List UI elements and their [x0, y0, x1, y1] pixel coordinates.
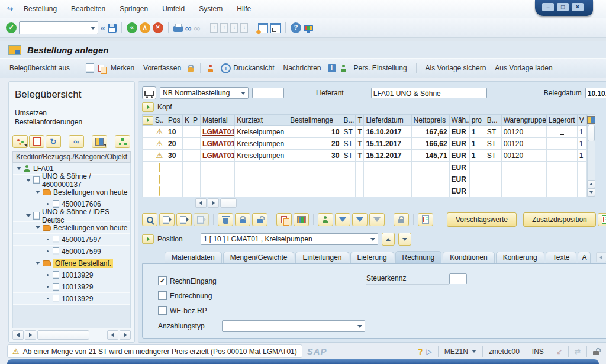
- cell[interactable]: [469, 162, 485, 173]
- status-cell[interactable]: ⚠: [153, 138, 166, 150]
- minimize-icon[interactable]: –: [542, 3, 554, 11]
- doc-date-field[interactable]: 10.10.2017: [585, 88, 606, 98]
- command-field[interactable]: [19, 21, 98, 34]
- cell-warengruppe[interactable]: 00120: [501, 138, 546, 150]
- print-preview-button[interactable]: iDruckansicht: [218, 62, 276, 75]
- cell-k[interactable]: [183, 138, 191, 150]
- unlock-button[interactable]: [252, 213, 267, 226]
- tree-item[interactable]: 10013929: [13, 293, 130, 305]
- cell-bpe[interactable]: ST: [485, 150, 501, 162]
- status-help-icon[interactable]: ?: [418, 347, 423, 356]
- cell-lieferdatum[interactable]: 15.11.2017: [364, 138, 411, 150]
- cell-menge[interactable]: 10: [288, 126, 341, 138]
- tab-rechnung[interactable]: Rechnung: [395, 251, 442, 264]
- col-bestellmenge[interactable]: Bestellmenge: [288, 115, 341, 126]
- cart-icon[interactable]: [142, 86, 156, 99]
- cell[interactable]: [166, 173, 183, 185]
- cell[interactable]: [485, 162, 501, 173]
- col-bpe[interactable]: B...: [485, 115, 501, 126]
- col-nettopreis[interactable]: Nettopreis: [411, 115, 449, 126]
- tree-item[interactable]: UNO & Söhne / IDES Deutsc: [13, 210, 130, 222]
- cell[interactable]: [411, 162, 449, 173]
- cell-waehrung[interactable]: EUR: [449, 138, 469, 150]
- cell-menge[interactable]: 30: [288, 150, 341, 162]
- lock-icon[interactable]: [188, 67, 194, 72]
- cell[interactable]: [341, 162, 356, 173]
- maximize-icon[interactable]: □: [557, 3, 569, 11]
- cell[interactable]: [577, 162, 586, 173]
- cell-werk[interactable]: 1: [577, 126, 586, 138]
- scroll-right-icon[interactable]: [25, 330, 36, 340]
- collapse-grid-icon[interactable]: [143, 115, 153, 126]
- scroll-thumb[interactable]: [588, 125, 595, 141]
- insert-mode[interactable]: INS: [532, 347, 544, 356]
- personal-setting-icon[interactable]: [340, 65, 347, 72]
- table-row[interactable]: ⚠ 10 LGMAT01 Kreiselpumpen 10 ST T 16.10…: [143, 126, 587, 138]
- tab-einteilungen[interactable]: Einteilungen: [295, 252, 349, 263]
- menu-bearbeiten[interactable]: Bearbeiten: [64, 2, 112, 15]
- expander-icon[interactable]: [36, 226, 40, 229]
- menu-umfeld[interactable]: Umfeld: [155, 2, 192, 15]
- cell-kurztext[interactable]: Kreiselpumpen: [235, 138, 288, 150]
- cell-material[interactable]: LGMAT01: [201, 126, 235, 138]
- col-kurztext[interactable]: Kurztext: [235, 115, 288, 126]
- cell-werk[interactable]: 1: [577, 150, 586, 162]
- cell-waehrung[interactable]: EUR: [449, 173, 469, 185]
- status-cell[interactable]: [153, 173, 166, 185]
- customize-layout-icon[interactable]: [304, 25, 313, 31]
- col-material[interactable]: Material: [201, 115, 235, 126]
- load-template-button[interactable]: Aus Vorlage laden: [492, 62, 555, 74]
- cell[interactable]: [356, 162, 364, 173]
- settings-button[interactable]: [294, 213, 309, 226]
- order-type-extra-field[interactable]: [252, 88, 284, 98]
- status-cell[interactable]: ⚠: [153, 126, 166, 138]
- table-row-empty[interactable]: EUR: [143, 185, 587, 197]
- cell-p[interactable]: [191, 138, 201, 150]
- row-selector[interactable]: [143, 162, 153, 173]
- create-shortcut-icon[interactable]: [270, 23, 281, 33]
- col-status[interactable]: S..: [153, 115, 166, 126]
- cell[interactable]: [356, 173, 364, 185]
- cell-warengruppe[interactable]: 00120: [501, 126, 546, 138]
- cell[interactable]: [341, 173, 356, 185]
- cell[interactable]: [364, 162, 411, 173]
- tree-item[interactable]: Bestellungen von heute: [13, 222, 130, 234]
- details-button[interactable]: [142, 213, 157, 226]
- cell-lagerort[interactable]: [546, 150, 577, 162]
- grid-horizontal-scrollbar[interactable]: [142, 198, 606, 208]
- partner-icon[interactable]: [207, 65, 214, 72]
- layout-icon[interactable]: [92, 135, 107, 148]
- cell-p[interactable]: [191, 150, 201, 162]
- cell[interactable]: [356, 185, 364, 197]
- scroll-left-icon[interactable]: [195, 198, 207, 208]
- cell[interactable]: [288, 173, 341, 185]
- order-type-select[interactable]: NB Normalbestellung: [160, 87, 249, 99]
- tree-item-selected[interactable]: Offene Bestellanf.: [13, 257, 130, 269]
- cell[interactable]: [411, 185, 449, 197]
- cell-material[interactable]: LGMAT01: [201, 150, 235, 162]
- enter-icon[interactable]: ✓: [6, 22, 17, 33]
- menu-system[interactable]: System: [192, 2, 230, 15]
- collapse-toolbar-icon[interactable]: «: [101, 23, 105, 33]
- tree-item[interactable]: 4500017599: [13, 246, 130, 257]
- cell[interactable]: [201, 173, 235, 185]
- cell-k[interactable]: [183, 150, 191, 162]
- cell[interactable]: [485, 185, 501, 197]
- cell-einheit[interactable]: ST: [341, 138, 356, 150]
- cell[interactable]: [166, 185, 183, 197]
- cell-pro[interactable]: 1: [469, 126, 485, 138]
- status-cell[interactable]: [153, 185, 166, 197]
- print-icon[interactable]: [173, 26, 183, 32]
- we-bez-rp-checkbox[interactable]: [158, 306, 167, 315]
- exit-icon[interactable]: ∧: [140, 22, 150, 33]
- cell[interactable]: [183, 162, 191, 173]
- cell-waehrung[interactable]: EUR: [449, 185, 469, 197]
- tax-code-field[interactable]: [449, 273, 467, 284]
- col-waehrung[interactable]: Wäh...: [449, 115, 469, 126]
- row-selector[interactable]: [143, 185, 153, 197]
- status-cell[interactable]: [153, 162, 166, 173]
- cell-lieferdatum[interactable]: 15.12.2017: [364, 150, 411, 162]
- scroll-right-icon[interactable]: [208, 198, 219, 208]
- tree-item[interactable]: UNO & Söhne / 4600000137: [13, 175, 130, 186]
- cell-warengruppe[interactable]: 00120: [501, 150, 546, 162]
